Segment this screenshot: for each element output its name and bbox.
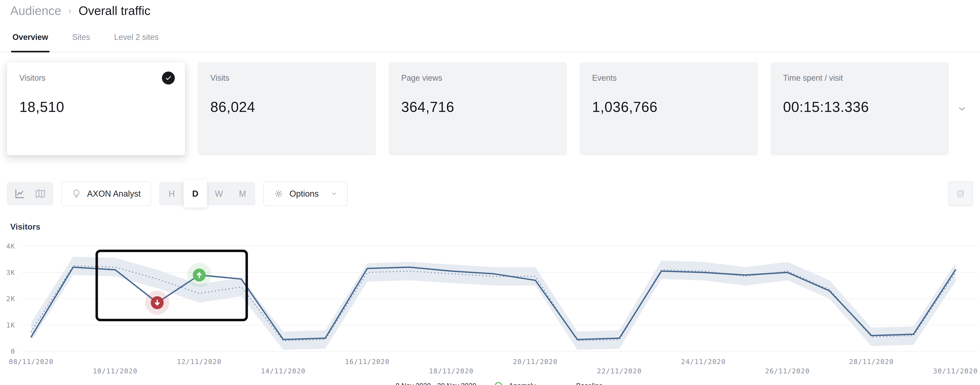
svg-text:0: 0 — [11, 348, 15, 355]
granularity-week[interactable]: W — [207, 182, 231, 206]
kpi-label: Visitors — [19, 73, 173, 83]
page-title: Overall traffic — [79, 3, 151, 18]
legend-series-label: 8 Nov 2020 - 30 Nov 2020 — [396, 382, 476, 385]
chart-toolbar: AXON Analyst H D W M Options — [7, 180, 973, 208]
selected-check-badge — [162, 72, 175, 85]
kpi-value: 364,716 — [401, 99, 554, 115]
tab-level2-sites[interactable]: Level 2 sites — [113, 30, 160, 53]
kpi-label: Visits — [210, 73, 363, 83]
granularity-hour[interactable]: H — [160, 182, 183, 206]
svg-text:1K: 1K — [6, 321, 15, 329]
tab-bar: Overview Sites Level 2 sites — [0, 30, 980, 53]
options-label: Options — [290, 189, 319, 199]
legend-baseline-label: Baseline — [576, 382, 603, 385]
svg-text:28/11/2020: 28/11/2020 — [849, 358, 894, 366]
kpi-card-visitors[interactable]: Visitors 18,510 — [7, 62, 185, 155]
kpi-card-visits[interactable]: Visits 86,024 — [198, 62, 376, 155]
map-icon — [35, 188, 46, 199]
kpi-label: Time spent / visit — [783, 73, 936, 83]
view-toggle-group — [7, 182, 53, 206]
tab-overview[interactable]: Overview — [11, 30, 49, 53]
export-copy-button[interactable] — [948, 181, 973, 206]
breadcrumb-section[interactable]: Audience — [10, 3, 61, 18]
kpi-card-page-views[interactable]: Page views 364,716 — [389, 62, 567, 155]
chart-legend: 8 Nov 2020 - 30 Nov 2020 Anomaly Baselin… — [0, 381, 980, 385]
breadcrumb-separator-icon: › — [68, 6, 71, 16]
svg-text:14/11/2020: 14/11/2020 — [261, 367, 306, 375]
svg-text:26/11/2020: 26/11/2020 — [765, 367, 810, 375]
line-chart-view-button[interactable] — [10, 184, 30, 204]
kpi-row-chevron-down-icon[interactable] — [957, 104, 967, 114]
kpi-value: 1,036,766 — [592, 99, 746, 115]
kpi-card-events[interactable]: Events 1,036,766 — [580, 62, 758, 155]
legend-series: 8 Nov 2020 - 30 Nov 2020 — [377, 382, 476, 385]
copy-icon — [955, 189, 966, 199]
svg-text:16/11/2020: 16/11/2020 — [345, 358, 390, 366]
chevron-down-icon — [331, 190, 337, 197]
anomaly-circle-icon — [493, 381, 503, 385]
kpi-value: 86,024 — [210, 99, 363, 115]
axon-analyst-button[interactable]: AXON Analyst — [61, 182, 151, 206]
chart-title: Visitors — [10, 222, 980, 232]
kpi-label: Page views — [401, 73, 554, 83]
svg-text:4K: 4K — [6, 242, 15, 250]
legend-anomaly-label: Anomaly — [509, 382, 536, 385]
svg-text:10/11/2020: 10/11/2020 — [93, 367, 138, 375]
granularity-month[interactable]: M — [231, 182, 255, 206]
breadcrumb: Audience › Overall traffic — [0, 0, 980, 18]
map-view-button[interactable] — [30, 184, 51, 204]
svg-text:08/11/2020: 08/11/2020 — [9, 358, 54, 366]
kpi-card-time-spent[interactable]: Time spent / visit 00:15:13.336 — [771, 62, 949, 155]
svg-text:30/11/2020: 30/11/2020 — [933, 367, 978, 375]
kpi-card-row: Visitors 18,510 Visits 86,024 Page views… — [0, 62, 980, 155]
kpi-label: Events — [592, 73, 746, 83]
axon-analyst-label: AXON Analyst — [87, 189, 141, 199]
lightbulb-icon — [72, 189, 81, 199]
kpi-value: 00:15:13.336 — [783, 99, 936, 115]
visitors-line-chart[interactable]: 4K3K2K1K008/11/202010/11/202012/11/20201… — [0, 232, 980, 379]
legend-anomaly: Anomaly — [493, 381, 536, 385]
legend-baseline: Baseline — [553, 382, 603, 385]
granularity-day[interactable]: D — [183, 180, 207, 208]
svg-text:22/11/2020: 22/11/2020 — [597, 367, 642, 375]
tab-sites[interactable]: Sites — [71, 30, 91, 53]
granularity-switcher: H D W M — [159, 182, 255, 206]
svg-text:2K: 2K — [6, 295, 15, 303]
svg-text:12/11/2020: 12/11/2020 — [177, 358, 222, 366]
svg-text:18/11/2020: 18/11/2020 — [429, 367, 474, 375]
svg-text:24/11/2020: 24/11/2020 — [681, 358, 726, 366]
line-chart-icon — [14, 188, 25, 199]
svg-text:3K: 3K — [6, 268, 15, 276]
svg-text:20/11/2020: 20/11/2020 — [513, 358, 558, 366]
check-icon — [165, 75, 172, 81]
options-button[interactable]: Options — [263, 182, 348, 206]
gear-icon — [274, 189, 284, 199]
kpi-value: 18,510 — [19, 99, 173, 115]
